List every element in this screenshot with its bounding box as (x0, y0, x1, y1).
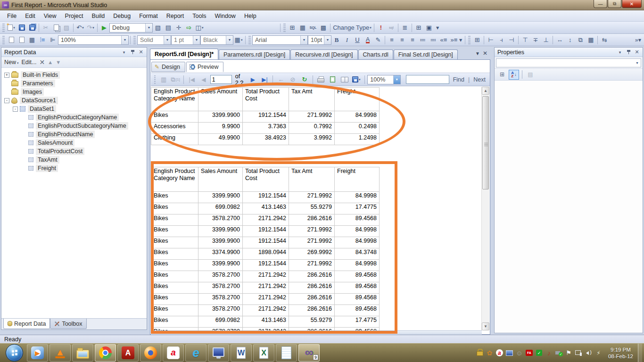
next-page-button[interactable]: ▶ (248, 74, 258, 85)
network-icon[interactable] (575, 349, 583, 357)
refresh-button[interactable]: ↻ (299, 74, 310, 85)
tree-item-built-in-fields[interactable]: +Built-in Fields (1, 71, 147, 79)
next-link[interactable]: Next (471, 76, 488, 83)
report-page2-button[interactable] (17, 35, 27, 45)
toolbar-overflow-icon[interactable]: ▾ (436, 24, 439, 31)
report-page-button[interactable] (6, 35, 17, 45)
excel-taskbar-button[interactable] (253, 344, 274, 362)
export-button[interactable]: ▾ (351, 74, 362, 85)
bottom-tab-toolbox[interactable]: Toolbox (50, 319, 86, 329)
bold-button[interactable]: B (331, 35, 342, 45)
menu-help[interactable]: Help (240, 11, 261, 21)
tree-item-freight[interactable]: Freight (1, 164, 147, 173)
move-up-button[interactable]: ▲ (48, 59, 53, 65)
ruler-button[interactable]: ⊫ (48, 35, 58, 45)
same-width-button[interactable]: ↔ (554, 35, 565, 45)
action-center-icon[interactable] (565, 349, 573, 357)
sort-list-button[interactable]: ≣ (400, 23, 410, 33)
firefox-taskbar-button[interactable] (140, 344, 161, 362)
toolbar-grip[interactable] (2, 24, 5, 32)
display-icon[interactable] (505, 349, 513, 357)
toolbar-grip[interactable] (2, 36, 5, 44)
tree-item-dataset1[interactable]: -DataSet1 (1, 105, 147, 113)
sound-alert-icon[interactable] (545, 349, 553, 357)
save-button[interactable] (17, 23, 27, 33)
active-files-icon[interactable]: ▼ (475, 51, 480, 56)
tree-item-taxamt[interactable]: TaxAmt (1, 156, 147, 164)
word-taskbar-button[interactable] (231, 344, 252, 362)
menu-project[interactable]: Project (61, 11, 88, 21)
cut-button[interactable]: ✂ (41, 23, 51, 33)
border-color-combo[interactable]: Black ▼ (200, 35, 233, 45)
print-button[interactable] (316, 74, 326, 85)
save-all-button[interactable] (27, 23, 37, 33)
back-button[interactable]: ← (276, 74, 286, 85)
increase-indent-button[interactable]: »≡ (449, 35, 459, 45)
align-centers-button[interactable]: ⫞ (496, 35, 506, 45)
align-rights-button[interactable]: ⊣ (506, 35, 517, 45)
show-results-pane-button[interactable]: ▩ (318, 23, 329, 33)
italic-button[interactable]: I (342, 35, 352, 45)
find-link[interactable]: Find (451, 76, 467, 83)
align-right-button[interactable]: ≡ (407, 35, 418, 45)
flashget-icon[interactable] (525, 349, 533, 357)
scroll-up-icon[interactable]: ▲ (482, 87, 489, 95)
picasa-icon[interactable] (486, 349, 494, 357)
power-icon[interactable] (594, 349, 603, 357)
property-pages-button[interactable]: ▤ (525, 70, 536, 80)
font-family-combo[interactable]: Arial ▼ (252, 35, 308, 45)
tab-preview[interactable]: Preview (186, 62, 223, 72)
document-tab-recursive-rdl-design[interactable]: Recursive.rdl [Design] (290, 49, 357, 59)
pin-icon[interactable] (625, 49, 632, 56)
edit-button[interactable]: Edit... (22, 59, 37, 66)
align-left-button[interactable]: ≡ (387, 35, 397, 45)
border-width-combo[interactable]: 1 pt ▼ (171, 35, 200, 45)
menu-format[interactable]: Format (135, 11, 162, 21)
add-table-button[interactable]: ⊞ (413, 23, 424, 33)
snap-to-grid-button[interactable]: ⊞ (472, 35, 482, 45)
minimize-button[interactable]: — (594, 0, 607, 8)
pin-icon[interactable] (129, 49, 136, 56)
toolbar-grip[interactable] (283, 24, 286, 32)
same-height-button[interactable]: ↕ (565, 35, 575, 45)
run-query-button[interactable]: ! (376, 23, 386, 33)
close-icon[interactable]: ✕ (137, 49, 145, 56)
page-number-input[interactable] (210, 75, 232, 84)
start-page-button[interactable]: ⇨ (184, 23, 194, 33)
tree-item-images[interactable]: Images (1, 88, 147, 96)
tree-expander-icon[interactable]: - (13, 107, 18, 112)
scroll-down-icon[interactable]: ▼ (482, 322, 489, 330)
tree-item-englishproductname[interactable]: EnglishProductName (1, 130, 147, 139)
find-in-files-button[interactable]: ▧ (153, 23, 163, 33)
stop-button[interactable]: ⊘ (288, 74, 298, 85)
parameters-toggle-button[interactable]: ▥ (158, 74, 169, 85)
close-button[interactable]: ✕ (622, 0, 642, 8)
copy-button[interactable] (51, 23, 61, 33)
align-bottoms-button[interactable]: ⊥ (541, 35, 551, 45)
window-position-icon[interactable]: ▾ (616, 49, 624, 56)
toolbar-grip[interactable] (133, 36, 136, 44)
new-menu-button[interactable]: New▾ (4, 59, 19, 66)
avira-tray-icon[interactable] (495, 349, 504, 357)
remote-desktop-taskbar-button[interactable] (208, 344, 229, 362)
start-debug-button[interactable]: ▶ (99, 23, 109, 33)
new-item-button[interactable]: ▾ (6, 23, 17, 33)
show-criteria-pane-button[interactable]: ▦ (297, 23, 308, 33)
verify-sql-button[interactable]: sql (386, 23, 396, 33)
font-size-combo[interactable]: 10pt ▼ (308, 35, 331, 45)
menu-report[interactable]: Report (162, 11, 189, 21)
menu-build[interactable]: Build (87, 11, 109, 21)
menu-debug[interactable]: Debug (109, 11, 135, 21)
document-tab-parameters-rdl-design[interactable]: Parameters.rdl [Design] (219, 49, 290, 59)
same-size-button[interactable]: ⧉ (575, 35, 586, 45)
toolbar-overflow-icon[interactable]: »▾ (635, 36, 641, 43)
paste-button[interactable]: ▨ (61, 23, 72, 33)
visual-studio-taskbar-button[interactable]: 9 (298, 344, 320, 362)
move-down-button[interactable]: ▼ (56, 59, 61, 65)
tree-item-parameters[interactable]: Parameters (1, 79, 147, 88)
find-input[interactable] (406, 75, 449, 84)
tree-expander-icon[interactable]: + (4, 73, 9, 78)
tree-item-englishproductsubcategoryname[interactable]: EnglishProductSubcategoryName (1, 122, 147, 130)
scrollbar-thumb[interactable] (482, 96, 489, 189)
show-diagram-pane-button[interactable]: ⊞ (287, 23, 297, 33)
